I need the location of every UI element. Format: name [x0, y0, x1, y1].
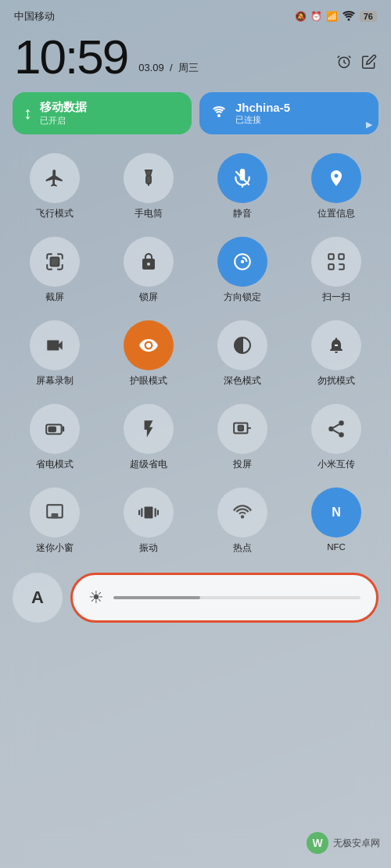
ctrl-location[interactable]: 位置信息: [289, 144, 383, 227]
ctrl-dnd[interactable]: 勿扰模式: [289, 311, 383, 395]
ctrl-supersave-label: 超级省电: [130, 459, 167, 470]
svg-point-2: [217, 114, 221, 117]
ctrl-dnd-btn[interactable]: [311, 320, 361, 370]
main-container: 中国移动 🔕 ⏰ 📶 76 10:59 03.09 / 周三: [0, 0, 391, 868]
wifi-tile-icon: [210, 103, 228, 123]
ctrl-hotspot-label: 热点: [233, 542, 252, 554]
mobile-data-text: 移动数据 已开启: [40, 100, 87, 127]
clock-display: 10:59: [14, 33, 127, 81]
svg-line-24: [333, 430, 339, 434]
wifi-corner-indicator: ▶: [366, 120, 372, 130]
ctrl-eyecare-btn[interactable]: [124, 320, 174, 370]
ctrl-cast[interactable]: 投屏: [196, 395, 289, 478]
ctrl-nfc[interactable]: N NFC: [289, 478, 383, 562]
ctrl-miniwindow-label: 迷你小窗: [36, 542, 74, 554]
ctrl-xiaomishare-btn[interactable]: [311, 404, 361, 454]
svg-point-21: [339, 420, 344, 426]
alarm-icon: ⏰: [310, 11, 322, 22]
mobile-data-icon: ↕: [23, 103, 32, 123]
ctrl-airplane-label: 飞行模式: [36, 208, 74, 220]
ctrl-eyecare[interactable]: 护眼模式: [102, 311, 196, 395]
ctrl-scan-label: 扫一扫: [322, 291, 350, 303]
font-size-label: A: [31, 588, 44, 608]
ctrl-battery-label: 省电模式: [36, 459, 74, 470]
svg-rect-10: [328, 264, 334, 270]
battery-status: 76: [360, 11, 377, 22]
svg-rect-9: [339, 254, 344, 259]
status-icons: 🔕 ⏰ 📶 76: [295, 10, 377, 23]
mobile-data-tile[interactable]: ↕ 移动数据 已开启: [13, 92, 192, 134]
mobile-data-subtitle: 已开启: [40, 115, 87, 127]
brightness-slider[interactable]: ☀: [70, 573, 378, 623]
ctrl-screenrec[interactable]: 屏幕录制: [8, 311, 102, 395]
ctrl-screenrec-btn[interactable]: [30, 320, 80, 370]
ctrl-screenrec-label: 屏幕录制: [36, 375, 74, 387]
controls-grid: 飞行模式 手电筒 静音: [0, 144, 391, 562]
ctrl-vibrate-label: 振动: [139, 542, 158, 554]
watermark-site: 无极安卓网: [333, 837, 380, 850]
svg-rect-6: [51, 258, 59, 266]
ctrl-vibrate[interactable]: 振动: [102, 478, 196, 562]
ctrl-mute-btn[interactable]: [217, 153, 267, 203]
svg-rect-17: [48, 427, 56, 431]
ctrl-xiaomishare[interactable]: 小米互传: [289, 395, 383, 478]
svg-point-0: [347, 18, 350, 20]
ctrl-hotspot-btn[interactable]: [217, 488, 267, 538]
silent-icon: 🔕: [295, 11, 307, 22]
svg-point-29: [241, 515, 244, 518]
ctrl-scan[interactable]: 扫一扫: [289, 227, 383, 311]
ctrl-hotspot[interactable]: 热点: [196, 478, 289, 562]
ctrl-mute[interactable]: 静音: [196, 144, 289, 227]
bottom-controls: A ☀: [0, 565, 391, 634]
edit-icon[interactable]: [361, 54, 377, 73]
ctrl-scan-btn[interactable]: [311, 237, 361, 287]
ctrl-airplane[interactable]: 飞行模式: [8, 144, 102, 227]
alarm-set-icon[interactable]: [336, 54, 352, 73]
ctrl-lock-btn[interactable]: [124, 237, 174, 287]
ctrl-supersave[interactable]: 超级省电: [102, 395, 196, 478]
brightness-icon: ☀: [88, 588, 104, 608]
ctrl-screenshot-btn[interactable]: [30, 237, 80, 287]
svg-rect-20: [239, 426, 244, 431]
ctrl-rotation[interactable]: 方向锁定: [196, 227, 289, 311]
time-action-icons: [336, 54, 377, 81]
ctrl-nfc-btn[interactable]: N: [311, 488, 361, 538]
carrier-label: 中国移动: [14, 9, 55, 23]
svg-line-25: [333, 424, 339, 427]
watermark: W 无极安卓网: [307, 832, 380, 854]
ctrl-flashlight[interactable]: 手电筒: [102, 144, 196, 227]
ctrl-battery[interactable]: 省电模式: [8, 395, 102, 478]
ctrl-location-btn[interactable]: [311, 153, 361, 203]
ctrl-lock-label: 锁屏: [139, 291, 158, 303]
ctrl-vibrate-btn[interactable]: [124, 488, 174, 538]
ctrl-supersave-btn[interactable]: [124, 404, 174, 454]
ctrl-screenshot[interactable]: 截屏: [8, 227, 102, 311]
date-display: 03.09 / 周三: [138, 61, 199, 75]
ctrl-rotation-btn[interactable]: [217, 237, 267, 287]
time-block: 10:59 03.09 / 周三: [0, 28, 391, 89]
svg-rect-3: [146, 176, 151, 184]
ctrl-lock[interactable]: 锁屏: [102, 227, 196, 311]
ctrl-airplane-btn[interactable]: [30, 153, 80, 203]
ctrl-battery-btn[interactable]: [30, 404, 80, 454]
ctrl-miniwindow-btn[interactable]: [30, 488, 80, 538]
svg-rect-27: [52, 513, 59, 519]
font-size-button[interactable]: A: [13, 573, 63, 623]
ctrl-miniwindow[interactable]: 迷你小窗: [8, 478, 102, 562]
ctrl-darkmode-btn[interactable]: [217, 320, 267, 370]
ctrl-mute-label: 静音: [233, 208, 252, 220]
brightness-fill: [113, 596, 200, 599]
ctrl-cast-btn[interactable]: [217, 404, 267, 454]
watermark-logo: W: [307, 832, 328, 854]
ctrl-flashlight-label: 手电筒: [135, 208, 163, 220]
ctrl-xiaomishare-label: 小米互传: [317, 459, 355, 470]
ctrl-cast-label: 投屏: [233, 459, 252, 470]
ctrl-dnd-label: 勿扰模式: [317, 375, 355, 387]
quick-tiles-top: ↕ 移动数据 已开启 Jhchina-5 已连接 ▶: [0, 89, 391, 144]
ctrl-darkmode[interactable]: 深色模式: [196, 311, 289, 395]
wifi-status-icon: [342, 10, 356, 23]
ctrl-flashlight-btn[interactable]: [124, 153, 174, 203]
svg-point-22: [328, 427, 334, 432]
wifi-tile[interactable]: Jhchina-5 已连接 ▶: [199, 92, 378, 134]
brightness-track: [113, 596, 361, 599]
